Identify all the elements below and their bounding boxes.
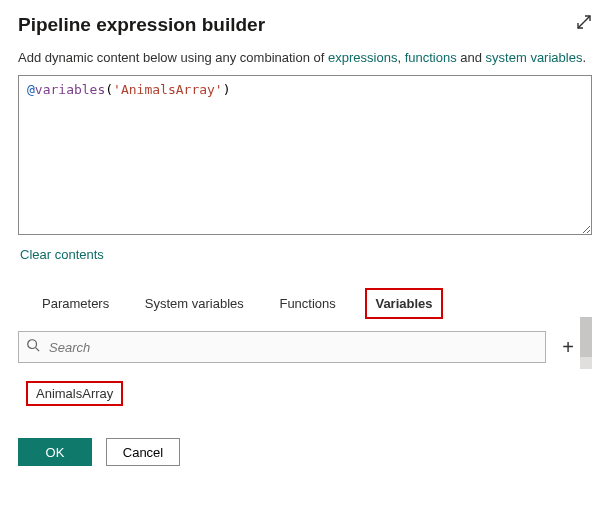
add-button[interactable]: +: [556, 337, 580, 357]
expand-icon[interactable]: [576, 14, 592, 33]
link-expressions[interactable]: expressions: [328, 50, 397, 65]
clear-contents-link[interactable]: Clear contents: [20, 247, 104, 262]
tab-system-variables[interactable]: System variables: [141, 290, 248, 317]
tab-parameters[interactable]: Parameters: [38, 290, 113, 317]
token-string: 'AnimalsArray': [113, 82, 223, 97]
token-close-paren: ): [223, 82, 231, 97]
link-system-variables[interactable]: system variables: [486, 50, 583, 65]
token-open-paren: (: [105, 82, 113, 97]
intro-prefix: Add dynamic content below using any comb…: [18, 50, 328, 65]
intro-text: Add dynamic content below using any comb…: [18, 50, 592, 65]
ok-button[interactable]: OK: [18, 438, 92, 466]
scrollbar[interactable]: [580, 317, 592, 369]
scrollbar-thumb[interactable]: [580, 317, 592, 357]
token-at: @: [27, 82, 35, 97]
expression-editor[interactable]: @variables('AnimalsArray'): [18, 75, 592, 235]
search-input[interactable]: [18, 331, 546, 363]
variable-item-animalsarray[interactable]: AnimalsArray: [26, 381, 123, 406]
svg-point-0: [28, 340, 37, 349]
tabs-row: Parameters System variables Functions Va…: [18, 290, 592, 317]
link-functions[interactable]: functions: [405, 50, 457, 65]
cancel-button[interactable]: Cancel: [106, 438, 180, 466]
search-icon: [26, 338, 40, 355]
tab-variables[interactable]: Variables: [367, 290, 440, 317]
tab-functions[interactable]: Functions: [275, 290, 339, 317]
page-title: Pipeline expression builder: [18, 14, 265, 36]
token-function: variables: [35, 82, 105, 97]
